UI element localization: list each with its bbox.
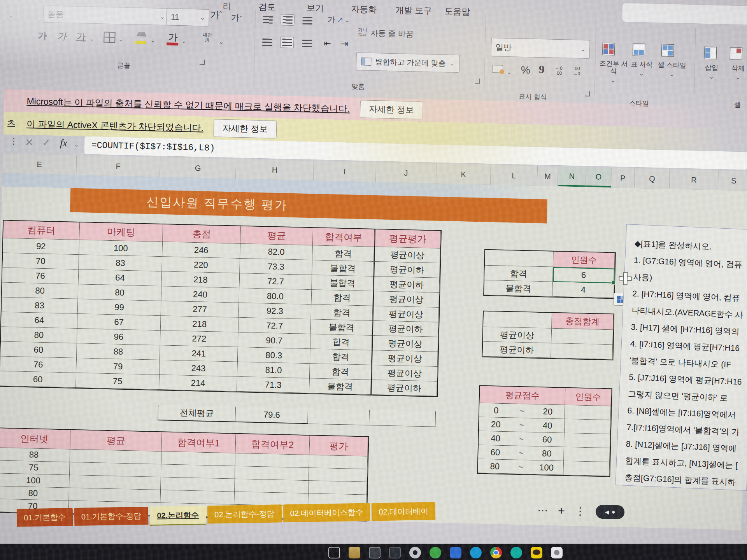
- window-icon[interactable]: [328, 547, 340, 558]
- merge-center-button[interactable]: 병합하고 가운데 맞춤 ⌄: [356, 52, 460, 73]
- cell[interactable]: 100: [0, 473, 70, 488]
- number-format-select[interactable]: 일반 ⌄: [491, 38, 590, 59]
- cell[interactable]: 88: [77, 343, 160, 360]
- sheet-tab[interactable]: 02.데이터베이스함수: [283, 503, 370, 523]
- cell[interactable]: 99: [78, 299, 161, 316]
- teal-app-icon[interactable]: [510, 547, 522, 558]
- cell[interactable]: 71.3: [237, 377, 310, 393]
- menu-tab[interactable]: 도움말: [444, 5, 470, 18]
- sheet-tab[interactable]: 01.기본함수-정답: [74, 507, 149, 526]
- font-color-button[interactable]: 가: [168, 31, 178, 44]
- align-left-icon[interactable]: [262, 38, 272, 46]
- menu-tab[interactable]: 개발 도구: [395, 4, 432, 17]
- menu-tab[interactable]: 검토: [258, 1, 276, 13]
- cell[interactable]: 241: [160, 345, 238, 362]
- chevron-down-icon[interactable]: ⌄: [150, 37, 155, 44]
- enter-icon[interactable]: ✓: [42, 137, 51, 149]
- percent-style-button[interactable]: %: [521, 64, 530, 77]
- cell[interactable]: 합격: [310, 364, 372, 380]
- cell[interactable]: 80: [78, 284, 162, 301]
- file-explorer-icon[interactable]: [349, 547, 360, 558]
- activex-learn-more-button[interactable]: 자세한 정보: [213, 119, 277, 138]
- cell[interactable]: [0, 401, 158, 420]
- cell[interactable]: 합격: [311, 304, 373, 321]
- align-bottom-icon[interactable]: [302, 17, 312, 25]
- cell[interactable]: 60~80: [478, 445, 564, 461]
- chevron-down-icon[interactable]: ⌄: [181, 37, 186, 44]
- cell[interactable]: [161, 464, 235, 479]
- cell[interactable]: [309, 468, 368, 482]
- cell[interactable]: 평균이하: [372, 321, 439, 337]
- underline-button[interactable]: 가: [76, 30, 86, 43]
- macro-learn-more-button[interactable]: 자세한 정보: [359, 100, 423, 119]
- cell[interactable]: 평균이상: [371, 365, 438, 382]
- cell[interactable]: 79.6: [235, 407, 308, 424]
- cell[interactable]: [69, 475, 161, 490]
- column-header-P[interactable]: P: [611, 168, 635, 188]
- green-app-icon[interactable]: [430, 547, 441, 558]
- cell[interactable]: [308, 408, 370, 425]
- orientation-button[interactable]: 가 ↗⌄: [328, 16, 350, 24]
- chevron-down-icon[interactable]: ⌄: [507, 68, 512, 75]
- cell[interactable]: 83: [2, 298, 78, 314]
- sheet-tab-active[interactable]: 02.논리함수: [150, 506, 206, 526]
- cell[interactable]: 92: [3, 238, 79, 255]
- dark-app-icon[interactable]: [389, 547, 401, 558]
- cell[interactable]: [564, 447, 610, 462]
- cell[interactable]: 평균이상: [372, 336, 438, 352]
- bold-button[interactable]: 가: [37, 29, 47, 42]
- cell[interactable]: 평균이상: [373, 291, 439, 308]
- decrease-indent-icon[interactable]: ⇤: [324, 38, 331, 49]
- cell[interactable]: 81.0: [237, 362, 310, 378]
- chevron-down-icon[interactable]: ⌄: [219, 38, 224, 45]
- cell[interactable]: [565, 419, 611, 434]
- cell[interactable]: 평균이하: [373, 276, 440, 293]
- cell-styles-button[interactable]: 셀 스타일⌄: [655, 61, 688, 78]
- cell[interactable]: 80: [2, 283, 79, 299]
- menu-tab[interactable]: 보기: [307, 2, 324, 14]
- cell[interactable]: 90.7: [238, 332, 311, 349]
- sheet-tab[interactable]: 02.논리함수-정답: [207, 504, 282, 523]
- edge-browser-icon[interactable]: [470, 547, 482, 558]
- cell[interactable]: 80: [1, 327, 77, 343]
- format-as-table-button[interactable]: 표 서식⌄: [629, 60, 654, 77]
- cell[interactable]: [161, 452, 236, 466]
- cell[interactable]: 96: [77, 329, 161, 345]
- cell[interactable]: 합격: [310, 334, 372, 350]
- cell[interactable]: 불합격: [312, 260, 374, 276]
- cell[interactable]: 합격: [312, 245, 374, 262]
- cell[interactable]: 60: [0, 341, 77, 358]
- cell[interactable]: [564, 433, 610, 448]
- more-options-button[interactable]: ⋮: [575, 505, 586, 518]
- cell[interactable]: 4: [552, 282, 614, 298]
- cell[interactable]: 76: [2, 268, 79, 285]
- cell[interactable]: 80~100: [478, 459, 564, 475]
- conditional-formatting-button[interactable]: 조건부 서식⌄: [596, 60, 631, 84]
- borders-button[interactable]: [103, 32, 116, 43]
- chrome-browser-icon[interactable]: [490, 547, 502, 558]
- cell[interactable]: 218: [161, 316, 239, 332]
- cell[interactable]: 70: [2, 253, 79, 270]
- cell[interactable]: 80.3: [238, 347, 310, 364]
- alignment-dialog-launcher-icon[interactable]: [475, 79, 480, 84]
- chevron-down-icon[interactable]: ⌄: [74, 141, 79, 148]
- column-header-R[interactable]: R: [670, 170, 719, 190]
- cell[interactable]: 평균이하: [482, 342, 551, 358]
- cell[interactable]: 82.0: [240, 244, 313, 260]
- column-header-L[interactable]: L: [491, 165, 538, 186]
- cell[interactable]: 73.3: [240, 259, 312, 275]
- cell[interactable]: 79: [76, 358, 160, 375]
- formula-bar-handle-icon[interactable]: ⋮: [9, 136, 17, 146]
- cell[interactable]: 합격: [311, 290, 373, 306]
- cell[interactable]: [309, 455, 368, 469]
- column-header-H[interactable]: H: [236, 159, 314, 181]
- cell[interactable]: 60: [0, 371, 76, 388]
- add-sheet-button[interactable]: +: [558, 504, 565, 517]
- cell[interactable]: [485, 250, 554, 267]
- cell[interactable]: 합격: [310, 349, 372, 365]
- column-header-K[interactable]: K: [436, 164, 491, 185]
- cell[interactable]: [70, 450, 162, 465]
- cell[interactable]: 64: [1, 312, 78, 329]
- column-header-G[interactable]: G: [160, 158, 236, 179]
- align-right-icon[interactable]: [302, 40, 312, 47]
